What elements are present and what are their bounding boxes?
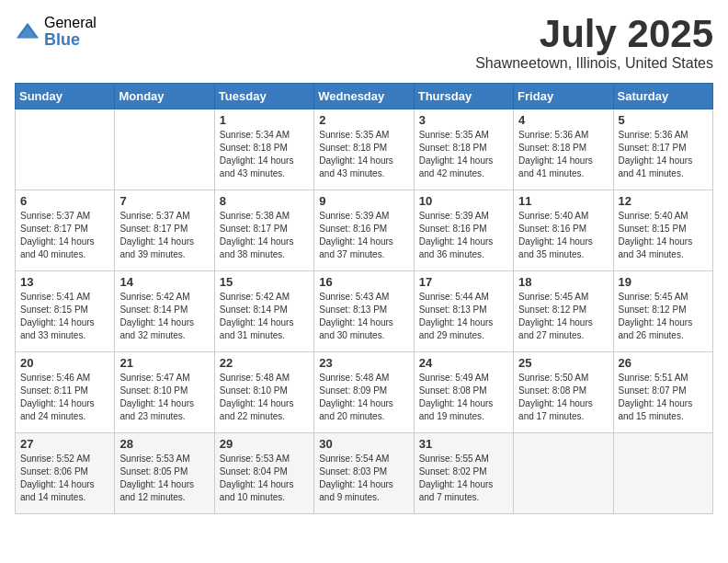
day-info: Sunrise: 5:40 AMSunset: 8:15 PMDaylight:… — [619, 210, 708, 261]
day-info: Sunrise: 5:42 AMSunset: 8:14 PMDaylight:… — [119, 291, 209, 342]
day-info: Sunrise: 5:53 AMSunset: 8:04 PMDaylight:… — [220, 453, 309, 504]
day-number: 21 — [119, 356, 209, 370]
day-number: 11 — [518, 194, 608, 208]
day-info: Sunrise: 5:52 AMSunset: 8:06 PMDaylight:… — [20, 453, 109, 504]
day-info: Sunrise: 5:42 AMSunset: 8:14 PMDaylight:… — [220, 291, 309, 342]
day-number: 4 — [518, 113, 608, 127]
weekday-header: Saturday — [613, 84, 712, 109]
calendar-cell: 26Sunrise: 5:51 AMSunset: 8:07 PMDayligh… — [613, 352, 712, 433]
calendar-cell: 15Sunrise: 5:42 AMSunset: 8:14 PMDayligh… — [214, 271, 313, 352]
title-area: July 2025 Shawneetown, Illinois, United … — [475, 15, 713, 72]
calendar-cell: 4Sunrise: 5:36 AMSunset: 8:18 PMDaylight… — [514, 109, 613, 190]
calendar-cell: 14Sunrise: 5:42 AMSunset: 8:14 PMDayligh… — [115, 271, 214, 352]
day-info: Sunrise: 5:54 AMSunset: 8:03 PMDaylight:… — [319, 453, 408, 504]
day-number: 30 — [319, 437, 408, 451]
calendar-cell: 28Sunrise: 5:53 AMSunset: 8:05 PMDayligh… — [115, 433, 214, 514]
calendar-cell: 23Sunrise: 5:48 AMSunset: 8:09 PMDayligh… — [314, 352, 414, 433]
day-number: 8 — [220, 194, 309, 208]
weekday-header: Sunday — [16, 84, 115, 109]
day-number: 7 — [119, 194, 209, 208]
day-number: 18 — [518, 275, 608, 289]
calendar-cell: 24Sunrise: 5:49 AMSunset: 8:08 PMDayligh… — [414, 352, 513, 433]
calendar-cell: 16Sunrise: 5:43 AMSunset: 8:13 PMDayligh… — [314, 271, 414, 352]
day-number: 3 — [419, 113, 508, 127]
calendar-cell: 25Sunrise: 5:50 AMSunset: 8:08 PMDayligh… — [514, 352, 613, 433]
calendar-header-row: SundayMondayTuesdayWednesdayThursdayFrid… — [16, 84, 713, 109]
day-number: 31 — [419, 437, 508, 451]
calendar-cell: 6Sunrise: 5:37 AMSunset: 8:17 PMDaylight… — [16, 190, 115, 271]
week-row: 27Sunrise: 5:52 AMSunset: 8:06 PMDayligh… — [16, 433, 713, 514]
day-info: Sunrise: 5:46 AMSunset: 8:11 PMDaylight:… — [20, 372, 109, 423]
calendar-cell: 1Sunrise: 5:34 AMSunset: 8:18 PMDaylight… — [214, 109, 313, 190]
day-number: 10 — [419, 194, 508, 208]
logo-icon — [15, 19, 40, 45]
weekday-header: Friday — [514, 84, 613, 109]
calendar-cell: 13Sunrise: 5:41 AMSunset: 8:15 PMDayligh… — [16, 271, 115, 352]
calendar-cell: 31Sunrise: 5:55 AMSunset: 8:02 PMDayligh… — [414, 433, 513, 514]
day-info: Sunrise: 5:34 AMSunset: 8:18 PMDaylight:… — [220, 129, 309, 180]
calendar-cell: 17Sunrise: 5:44 AMSunset: 8:13 PMDayligh… — [414, 271, 513, 352]
day-info: Sunrise: 5:49 AMSunset: 8:08 PMDaylight:… — [419, 372, 508, 423]
day-number: 1 — [220, 113, 309, 127]
calendar-cell — [16, 109, 115, 190]
calendar-cell: 5Sunrise: 5:36 AMSunset: 8:17 PMDaylight… — [613, 109, 712, 190]
calendar-cell: 12Sunrise: 5:40 AMSunset: 8:15 PMDayligh… — [613, 190, 712, 271]
logo-text: General Blue — [44, 15, 97, 49]
day-info: Sunrise: 5:50 AMSunset: 8:08 PMDaylight:… — [518, 372, 608, 423]
calendar-cell: 20Sunrise: 5:46 AMSunset: 8:11 PMDayligh… — [16, 352, 115, 433]
day-info: Sunrise: 5:51 AMSunset: 8:07 PMDaylight:… — [619, 372, 708, 423]
day-info: Sunrise: 5:41 AMSunset: 8:15 PMDaylight:… — [20, 291, 109, 342]
calendar-cell — [115, 109, 214, 190]
day-info: Sunrise: 5:36 AMSunset: 8:17 PMDaylight:… — [619, 129, 708, 180]
day-number: 9 — [319, 194, 408, 208]
day-info: Sunrise: 5:48 AMSunset: 8:09 PMDaylight:… — [319, 372, 408, 423]
weekday-header: Tuesday — [214, 84, 313, 109]
calendar-cell: 2Sunrise: 5:35 AMSunset: 8:18 PMDaylight… — [314, 109, 414, 190]
calendar-cell: 22Sunrise: 5:48 AMSunset: 8:10 PMDayligh… — [214, 352, 313, 433]
day-number: 15 — [220, 275, 309, 289]
day-info: Sunrise: 5:44 AMSunset: 8:13 PMDaylight:… — [419, 291, 508, 342]
day-number: 16 — [319, 275, 408, 289]
day-number: 6 — [20, 194, 109, 208]
calendar-cell: 7Sunrise: 5:37 AMSunset: 8:17 PMDaylight… — [115, 190, 214, 271]
day-number: 5 — [619, 113, 708, 127]
day-info: Sunrise: 5:37 AMSunset: 8:17 PMDaylight:… — [119, 210, 209, 261]
week-row: 20Sunrise: 5:46 AMSunset: 8:11 PMDayligh… — [16, 352, 713, 433]
day-number: 26 — [619, 356, 708, 370]
day-info: Sunrise: 5:55 AMSunset: 8:02 PMDaylight:… — [419, 453, 508, 504]
week-row: 6Sunrise: 5:37 AMSunset: 8:17 PMDaylight… — [16, 190, 713, 271]
calendar-cell: 11Sunrise: 5:40 AMSunset: 8:16 PMDayligh… — [514, 190, 613, 271]
calendar-cell — [613, 433, 712, 514]
day-info: Sunrise: 5:38 AMSunset: 8:17 PMDaylight:… — [220, 210, 309, 261]
month-title: July 2025 — [475, 15, 713, 53]
day-number: 27 — [20, 437, 109, 451]
day-number: 29 — [220, 437, 309, 451]
calendar-cell: 21Sunrise: 5:47 AMSunset: 8:10 PMDayligh… — [115, 352, 214, 433]
calendar-cell: 3Sunrise: 5:35 AMSunset: 8:18 PMDaylight… — [414, 109, 513, 190]
calendar-cell: 19Sunrise: 5:45 AMSunset: 8:12 PMDayligh… — [613, 271, 712, 352]
calendar-cell: 9Sunrise: 5:39 AMSunset: 8:16 PMDaylight… — [314, 190, 414, 271]
day-number: 28 — [119, 437, 209, 451]
day-number: 13 — [20, 275, 109, 289]
day-info: Sunrise: 5:47 AMSunset: 8:10 PMDaylight:… — [119, 372, 209, 423]
calendar-cell: 30Sunrise: 5:54 AMSunset: 8:03 PMDayligh… — [314, 433, 414, 514]
calendar-table: SundayMondayTuesdayWednesdayThursdayFrid… — [15, 83, 713, 514]
day-number: 2 — [319, 113, 408, 127]
day-number: 20 — [20, 356, 109, 370]
calendar-cell: 29Sunrise: 5:53 AMSunset: 8:04 PMDayligh… — [214, 433, 313, 514]
day-number: 22 — [220, 356, 309, 370]
calendar-cell: 10Sunrise: 5:39 AMSunset: 8:16 PMDayligh… — [414, 190, 513, 271]
day-info: Sunrise: 5:39 AMSunset: 8:16 PMDaylight:… — [319, 210, 408, 261]
week-row: 13Sunrise: 5:41 AMSunset: 8:15 PMDayligh… — [16, 271, 713, 352]
day-info: Sunrise: 5:40 AMSunset: 8:16 PMDaylight:… — [518, 210, 608, 261]
page-header: General Blue July 2025 Shawneetown, Illi… — [15, 15, 713, 72]
day-number: 24 — [419, 356, 508, 370]
day-info: Sunrise: 5:35 AMSunset: 8:18 PMDaylight:… — [319, 129, 408, 180]
day-info: Sunrise: 5:35 AMSunset: 8:18 PMDaylight:… — [419, 129, 508, 180]
calendar-cell: 18Sunrise: 5:45 AMSunset: 8:12 PMDayligh… — [514, 271, 613, 352]
weekday-header: Monday — [115, 84, 214, 109]
day-number: 25 — [518, 356, 608, 370]
logo: General Blue — [15, 15, 97, 49]
day-info: Sunrise: 5:43 AMSunset: 8:13 PMDaylight:… — [319, 291, 408, 342]
logo-blue: Blue — [44, 31, 97, 50]
